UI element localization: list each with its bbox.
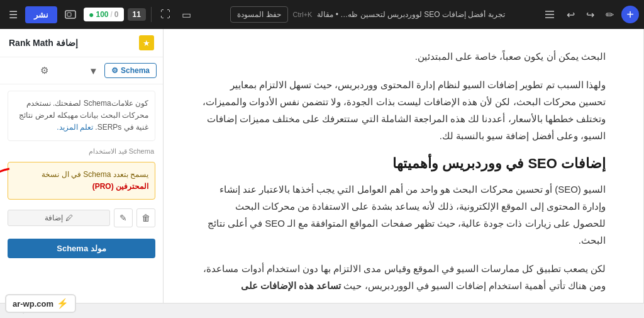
preview-button[interactable] — [61, 8, 80, 21]
edit-schema-button[interactable]: ✎ — [114, 208, 133, 227]
schema-action-row: 🗑 ✎ 🖊 إضافة — [8, 206, 155, 230]
learn-more-link[interactable]: تعلم المزيد. — [57, 123, 93, 132]
svg-rect-0 — [65, 11, 75, 18]
content-area[interactable]: البحث يمكن أن يكون صعباً، خاصة على المبت… — [164, 29, 644, 318]
content-paragraph-2: ولهذا السبب تم تطوير إضافات السيو لنظام … — [201, 76, 606, 144]
word-count-value: 11 — [133, 10, 141, 19]
word-count-badge: 11 — [128, 8, 146, 21]
sidebar-tabs: Schema ⚙ ▼ ⚙ — [0, 57, 163, 84]
publish-button[interactable]: نشر — [25, 6, 57, 23]
schema-tab-icon: ⚙ — [111, 66, 118, 75]
toolbar-left: ☰ نشر ● 100 / 0 11 ⛶ ▭ — [5, 6, 195, 23]
toolbar-right: ↩ ↪ ✏ + — [540, 6, 639, 23]
watermark-badge: ⚡ ar-wp.com — [5, 294, 76, 313]
seo-score-badge: ● 100 / 0 — [84, 8, 124, 21]
tab-schema[interactable]: Schema ⚙ — [104, 63, 157, 78]
settings-button[interactable] — [540, 6, 559, 23]
main-layout: ★ إضافة Rank Math Schema ⚙ ▼ ⚙ كون علاما… — [0, 29, 644, 318]
content-paragraph-4: لكن يصعب تطبيق كل ممارسات السيو في الموق… — [201, 260, 606, 294]
seo-score-right: 0 — [114, 10, 119, 19]
redo-button[interactable]: ↪ — [582, 6, 598, 23]
undo-button[interactable]: ↩ — [563, 6, 579, 23]
sidebar-header: ★ إضافة Rank Math — [0, 29, 163, 57]
view-toggle-button[interactable]: ▭ — [178, 6, 195, 23]
save-draft-button[interactable]: حفظ المسودة — [230, 6, 287, 23]
add-block-button[interactable]: + — [621, 6, 639, 23]
expand-button[interactable]: ⛶ — [157, 6, 174, 23]
schema-generator-button[interactable]: مولد Schema — [8, 239, 155, 258]
watermark-logo: ⚡ — [57, 298, 69, 309]
pro-box-wrapper: يسمح بتعدد Schema في ال نسخة المحترفين (… — [8, 162, 155, 200]
delete-schema-button[interactable]: 🗑 — [136, 208, 155, 227]
pro-upgrade-box: يسمح بتعدد Schema في ال نسخة المحترفين (… — [8, 162, 155, 200]
seo-score-value: 100 — [96, 10, 108, 19]
pro-box-text: يسمح بتعدد Schema في ال نسخة — [42, 170, 148, 179]
main-toolbar: ☰ نشر ● 100 / 0 11 ⛶ ▭ حفظ المسودة Ctrl+… — [0, 0, 644, 29]
content-paragraph-1: البحث يمكن أن يكون صعباً، خاصة على المبت… — [201, 48, 606, 65]
sidebar-content: كون علاماتSchema لصفحتك. نستخدم محركات ا… — [0, 84, 163, 318]
schema-usage-label: Schema قيد الاستخدام — [8, 147, 155, 156]
sidebar-title: إضافة Rank Math — [9, 38, 78, 48]
add-schema-label: إضافة — [45, 213, 63, 222]
page-title: تجربة أفضل إضافات SEO لووردبريس لتحسين ظ… — [317, 10, 504, 19]
rank-math-sidebar: ★ إضافة Rank Math Schema ⚙ ▼ ⚙ كون علاما… — [0, 29, 164, 318]
star-button[interactable]: ★ — [139, 35, 154, 50]
svg-rect-1 — [67, 13, 71, 16]
seo-score-sep: / — [111, 10, 113, 19]
shortcut-hint: Ctrl+K — [293, 11, 313, 18]
pro-link[interactable]: المحترفين (PRO) — [92, 182, 148, 191]
toolbar-divider-1 — [151, 7, 152, 22]
content-heading-1: إضافات SEO في ووردبريس وأهميتها — [201, 156, 606, 172]
filter-tab-button[interactable]: ▼ — [86, 63, 101, 79]
edit-button[interactable]: ✏ — [602, 6, 618, 23]
add-schema-button[interactable]: 🖊 إضافة — [8, 210, 110, 226]
hamburger-menu-button[interactable]: ☰ — [5, 6, 21, 23]
content-paragraph-3: السيو (SEO) أو تحسين محركات البحث هو واح… — [201, 181, 606, 249]
settings-tab-button[interactable]: ⚙ — [38, 62, 51, 79]
schema-info-box: كون علاماتSchema لصفحتك. نستخدم محركات ا… — [8, 91, 155, 141]
bottom-status-bar: مقالة — [0, 303, 644, 318]
watermark-domain: ar-wp.com — [13, 299, 53, 309]
add-schema-icon: 🖊 — [65, 213, 73, 222]
schema-tab-label: Schema — [121, 66, 150, 75]
